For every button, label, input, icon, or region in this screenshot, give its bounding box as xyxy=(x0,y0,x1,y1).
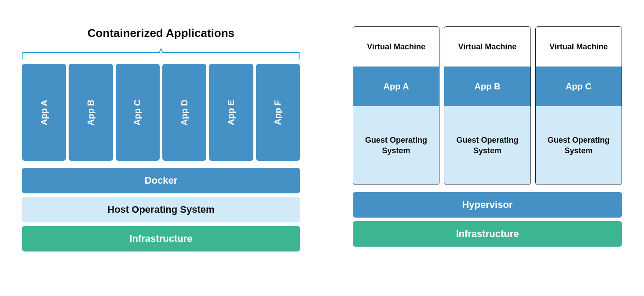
vm-box: Virtual Machine App B Guest Operating Sy… xyxy=(444,26,531,185)
bracket-icon xyxy=(22,48,300,59)
containerized-diagram: Containerized Applications App A App B A… xyxy=(22,26,300,252)
app-box: App C xyxy=(116,64,160,161)
infrastructure-layer: Infrastructure xyxy=(353,221,622,247)
app-box: App A xyxy=(22,64,66,161)
app-label: App A xyxy=(39,100,49,125)
vm-app: App A xyxy=(353,67,439,106)
host-os-layer: Host Operating System xyxy=(22,197,300,222)
vm-guest-os: Guest Operating System xyxy=(353,106,439,185)
vm-app: App B xyxy=(444,67,530,106)
vm-row: Virtual Machine App A Guest Operating Sy… xyxy=(353,26,622,185)
app-box: App B xyxy=(69,64,113,161)
vm-header: Virtual Machine xyxy=(536,27,622,67)
vm-header: Virtual Machine xyxy=(353,27,439,67)
vm-guest-os: Guest Operating System xyxy=(536,106,622,185)
app-label: App E xyxy=(226,100,236,125)
app-label: App C xyxy=(132,100,143,126)
vm-header: Virtual Machine xyxy=(444,27,530,67)
app-label: App F xyxy=(273,100,283,125)
app-box: App E xyxy=(209,64,253,161)
app-label: App D xyxy=(179,100,190,126)
docker-layer: Docker xyxy=(22,168,300,193)
vm-diagram: Virtual Machine App A Guest Operating Sy… xyxy=(353,26,622,247)
app-box: App F xyxy=(256,64,300,161)
hypervisor-layer: Hypervisor xyxy=(353,192,622,218)
app-label: App B xyxy=(86,100,96,126)
vm-box: Virtual Machine App C Guest Operating Sy… xyxy=(535,26,622,185)
app-box: App D xyxy=(162,64,206,161)
vm-app: App C xyxy=(536,67,622,106)
vm-box: Virtual Machine App A Guest Operating Sy… xyxy=(353,26,439,185)
infrastructure-layer: Infrastructure xyxy=(22,226,300,252)
app-row: App A App B App C App D App E App F xyxy=(22,64,300,161)
vm-guest-os: Guest Operating System xyxy=(444,106,530,185)
containerized-title: Containerized Applications xyxy=(22,26,300,40)
